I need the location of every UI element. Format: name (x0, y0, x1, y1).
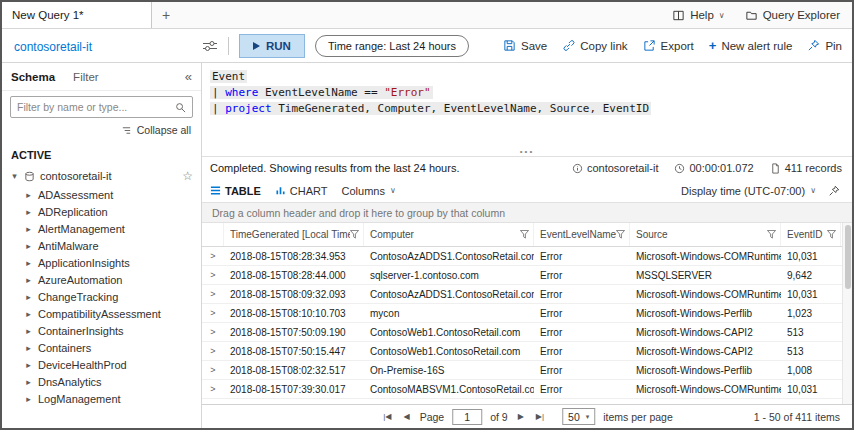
splitter-handle[interactable]: ••• (520, 147, 534, 156)
row-expander[interactable]: > (202, 270, 224, 280)
column-header[interactable]: Source (630, 223, 781, 246)
schema-table-item[interactable]: ▸AlertManagement (2, 220, 201, 237)
chevron-expanded-icon: ▾ (10, 171, 19, 181)
tab-filter[interactable]: Filter (73, 71, 99, 83)
table-row[interactable]: >2018-08-15T08:28:44.000sqlserver-1.cont… (202, 266, 842, 285)
copy-link-button[interactable]: Copy link (562, 39, 627, 52)
query-actions: RUN Time range: Last 24 hours (202, 34, 469, 58)
pager-next-button[interactable]: ▶ (516, 412, 526, 421)
row-expander[interactable]: > (202, 327, 224, 337)
row-expander[interactable]: > (202, 346, 224, 356)
filter-icon[interactable] (827, 230, 836, 239)
query-editor[interactable]: Event| where EventLevelName == "Error"| … (202, 63, 852, 157)
row-expander[interactable]: > (202, 308, 224, 318)
time-range-picker[interactable]: Time range: Last 24 hours (315, 35, 469, 57)
query-explorer-button[interactable]: Query Explorer (745, 9, 840, 22)
schema-table-item[interactable]: ▸ContainerInsights (2, 322, 201, 339)
pager-last-button[interactable]: ▶| (534, 412, 546, 421)
favorite-star-icon[interactable]: ☆ (182, 169, 193, 183)
column-header[interactable]: EventLevelName (534, 223, 630, 246)
column-header[interactable]: TimeGenerated [Local Time] (224, 223, 364, 246)
results-pin-icon[interactable] (828, 185, 840, 197)
schema-table-item[interactable]: ▸DnsAnalytics (2, 373, 201, 390)
save-button[interactable]: Save (503, 39, 547, 52)
items-per-page-label: items per page (603, 411, 672, 423)
row-expander[interactable]: > (202, 251, 224, 261)
save-icon (503, 39, 516, 52)
table-row[interactable]: >2018-08-15T08:28:34.953ContosoAzADDS1.C… (202, 247, 842, 266)
schema-table-item[interactable]: ▸LogManagement (2, 390, 201, 407)
table-row[interactable]: >2018-08-15T07:39:30.017ContosoMABSVM1.C… (202, 380, 842, 399)
collapse-all-button[interactable]: Collapse all (2, 121, 201, 141)
page-size-select[interactable]: 50 ▾ (562, 408, 595, 425)
column-header[interactable]: Computer (364, 223, 534, 246)
tab-schema[interactable]: Schema (11, 71, 55, 83)
filter-icon[interactable] (350, 230, 359, 239)
pager-first-button[interactable]: |◀ (381, 412, 393, 421)
status-records: 411 records (770, 162, 842, 174)
display-time-dropdown[interactable]: Display time (UTC-07:00) ∨ (681, 185, 816, 197)
row-expander[interactable]: > (202, 384, 224, 394)
new-tab-button[interactable]: + (152, 2, 180, 28)
query-editor-code[interactable]: Event| where EventLevelName == "Error"| … (210, 69, 852, 117)
schema-table-label: ContainerInsights (38, 325, 124, 337)
items-range-label: 1 - 50 of 411 items (754, 411, 852, 423)
help-menu[interactable]: Help ∨ (672, 9, 725, 22)
tab-table[interactable]: TABLE (210, 185, 261, 197)
command-bar: contosoretail-it RUN Time range: Last 24… (2, 29, 852, 63)
plus-icon: + (709, 41, 717, 51)
chevron-collapsed-icon: ▸ (24, 309, 33, 319)
schema-table-label: AzureAutomation (38, 274, 122, 286)
filter-icon[interactable] (520, 230, 529, 239)
scrollbar-thumb[interactable] (845, 225, 851, 289)
columns-dropdown[interactable]: Columns ∨ (342, 185, 396, 197)
schema-table-list: ▸ADAssessment▸ADReplication▸AlertManagem… (2, 186, 201, 428)
query-tab[interactable]: New Query 1* (2, 2, 152, 28)
table-row[interactable]: >2018-08-15T07:50:15.447ContosoWeb1.Cont… (202, 342, 842, 361)
table-header: TimeGenerated [Local Time]ComputerEventL… (202, 223, 842, 247)
schema-table-item[interactable]: ▸ADReplication (2, 203, 201, 220)
schema-table-item[interactable]: ▸ChangeTracking (2, 288, 201, 305)
chevron-collapsed-icon: ▸ (24, 343, 33, 353)
schema-table-item[interactable]: ▸Containers (2, 339, 201, 356)
run-button[interactable]: RUN (239, 34, 305, 58)
column-header[interactable]: EventID (781, 223, 841, 246)
page-of-label: of 9 (490, 411, 508, 423)
filter-icon[interactable] (616, 230, 625, 239)
schema-table-label: ADAssessment (38, 189, 113, 201)
workspace-node[interactable]: ▾ contosoretail-it ☆ (2, 166, 201, 186)
clock-icon (674, 163, 685, 174)
tab-chart[interactable]: CHART (275, 185, 328, 197)
chevron-collapsed-icon: ▸ (24, 224, 33, 234)
schema-table-item[interactable]: ▸CompatibilityAssessment (2, 305, 201, 322)
export-button[interactable]: Export (643, 39, 694, 52)
chevron-collapsed-icon: ▸ (24, 258, 33, 268)
chevron-collapsed-icon: ▸ (24, 190, 33, 200)
row-expander[interactable]: > (202, 289, 224, 299)
chart-icon (275, 185, 286, 196)
schema-table-item[interactable]: ▸ADAssessment (2, 186, 201, 203)
page-input[interactable] (452, 409, 482, 425)
chevron-collapsed-icon: ▸ (24, 360, 33, 370)
schema-table-item[interactable]: ▸AzureAutomation (2, 271, 201, 288)
schema-search-input[interactable] (17, 101, 175, 113)
schema-table-item[interactable]: ▸DeviceHealthProd (2, 356, 201, 373)
workspace-link[interactable]: contosoretail-it (14, 40, 92, 54)
table-row[interactable]: >2018-08-15T08:02:32.517On-Premise-16SEr… (202, 361, 842, 380)
play-icon (253, 42, 260, 50)
table-row[interactable]: >2018-08-15T08:10:10.703myconErrorMicros… (202, 304, 842, 323)
filter-icon[interactable] (767, 230, 776, 239)
export-icon (643, 39, 656, 52)
schema-table-item[interactable]: ▸AntiMalware (2, 237, 201, 254)
new-alert-rule-button[interactable]: + New alert rule (709, 40, 793, 52)
query-settings-icon[interactable] (202, 39, 218, 53)
pin-button[interactable]: Pin (807, 39, 842, 52)
table-scrollbar[interactable] (842, 223, 852, 404)
row-expander[interactable]: > (202, 365, 224, 375)
sidebar-collapse-button[interactable]: « (185, 69, 192, 84)
table-row[interactable]: >2018-08-15T08:09:32.093ContosoAzADDS1.C… (202, 285, 842, 304)
link-icon (562, 39, 575, 52)
table-row[interactable]: >2018-08-15T07:50:09.190ContosoWeb1.Cont… (202, 323, 842, 342)
pager-prev-button[interactable]: ◀ (401, 412, 411, 421)
schema-table-item[interactable]: ▸ApplicationInsights (2, 254, 201, 271)
